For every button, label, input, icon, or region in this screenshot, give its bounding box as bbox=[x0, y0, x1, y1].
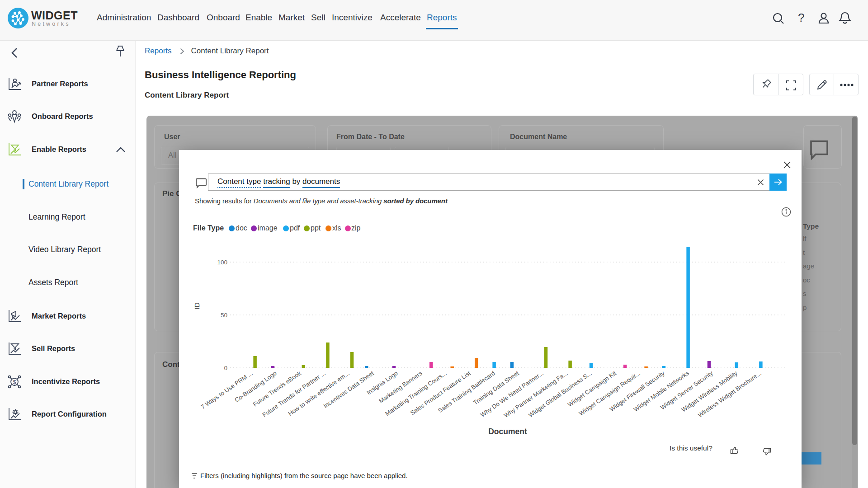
svg-text:Co-Branding Logo: Co-Branding Logo bbox=[233, 370, 278, 404]
svg-text:100: 100 bbox=[217, 259, 227, 266]
svg-text:Document: Document bbox=[488, 427, 527, 436]
svg-text:$: $ bbox=[13, 379, 16, 385]
svg-text:50: 50 bbox=[221, 312, 227, 319]
svg-text:ID: ID bbox=[193, 302, 201, 310]
svg-text:Marketing Banners: Marketing Banners bbox=[377, 370, 424, 404]
svg-text:0: 0 bbox=[224, 365, 227, 371]
